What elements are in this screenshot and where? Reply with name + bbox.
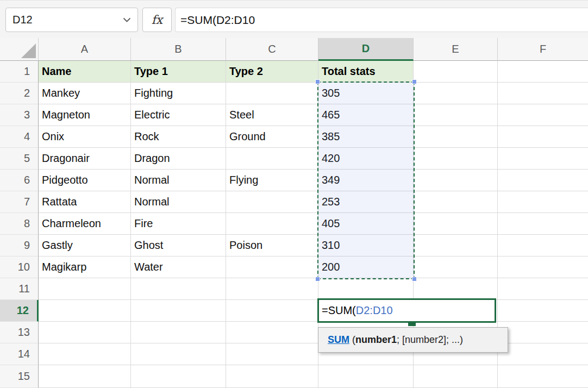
cell-D4[interactable]: 385	[318, 126, 414, 148]
cell-D5[interactable]: 420	[318, 148, 414, 170]
cell-F8[interactable]	[498, 213, 588, 235]
cell-C5[interactable]	[226, 148, 318, 170]
cell-C2[interactable]	[226, 83, 318, 104]
cell-E7[interactable]	[414, 191, 498, 213]
cell-E3[interactable]	[414, 104, 498, 126]
cell-E2[interactable]	[414, 83, 498, 104]
row-header-6[interactable]: 6	[0, 170, 39, 191]
cell-A14[interactable]	[39, 343, 131, 365]
cell-C9[interactable]: Poison	[226, 235, 318, 256]
cell-F3[interactable]	[498, 104, 588, 126]
cell-A6[interactable]: Pidgeotto	[39, 170, 131, 191]
column-header-F[interactable]: F	[498, 38, 588, 61]
cell-E11[interactable]	[414, 278, 498, 300]
insert-function-button[interactable]: fx	[142, 8, 172, 32]
cell-B6[interactable]: Normal	[131, 170, 226, 191]
row-header-4[interactable]: 4	[0, 126, 39, 148]
cell-B14[interactable]	[131, 343, 226, 365]
cell-D6[interactable]: 349	[318, 170, 414, 191]
cell-F12[interactable]	[498, 300, 588, 322]
cell-A12[interactable]	[39, 300, 131, 322]
cell-D9[interactable]: 310	[318, 235, 414, 256]
cell-A5[interactable]: Dragonair	[39, 148, 131, 170]
column-header-B[interactable]: B	[131, 38, 226, 61]
cell-F14[interactable]	[498, 343, 588, 365]
cell-A2[interactable]: Mankey	[39, 83, 131, 104]
cell-B1[interactable]: Type 1	[131, 61, 226, 83]
row-header-3[interactable]: 3	[0, 104, 39, 126]
cell-E6[interactable]	[414, 170, 498, 191]
column-header-E[interactable]: E	[414, 38, 498, 61]
cell-C13[interactable]	[226, 322, 318, 343]
sum-function-link[interactable]: SUM	[328, 334, 349, 346]
cell-E8[interactable]	[414, 213, 498, 235]
cell-A3[interactable]: Magneton	[39, 104, 131, 126]
cell-A10[interactable]: Magikarp	[39, 256, 131, 278]
cell-A1[interactable]: Name	[39, 61, 131, 83]
row-header-9[interactable]: 9	[0, 235, 39, 256]
cell-A8[interactable]: Charmeleon	[39, 213, 131, 235]
cell-F5[interactable]	[498, 148, 588, 170]
row-header-8[interactable]: 8	[0, 213, 39, 235]
cell-D7[interactable]: 253	[318, 191, 414, 213]
selection-handle-top-left[interactable]	[315, 79, 320, 84]
cell-C3[interactable]: Steel	[226, 104, 318, 126]
cell-A9[interactable]: Gastly	[39, 235, 131, 256]
cell-F4[interactable]	[498, 126, 588, 148]
row-header-2[interactable]: 2	[0, 83, 39, 104]
cell-C10[interactable]	[226, 256, 318, 278]
cell-E15[interactable]	[414, 365, 498, 388]
cell-C11[interactable]	[226, 278, 318, 300]
row-header-5[interactable]: 5	[0, 148, 39, 170]
row-header-15[interactable]: 15	[0, 365, 39, 388]
row-header-10[interactable]: 10	[0, 256, 39, 278]
cell-D3[interactable]: 465	[318, 104, 414, 126]
cell-B15[interactable]	[131, 365, 226, 388]
name-box[interactable]: D12	[5, 8, 138, 32]
cell-B13[interactable]	[131, 322, 226, 343]
cell-C15[interactable]	[226, 365, 318, 388]
cell-A4[interactable]: Onix	[39, 126, 131, 148]
column-header-C[interactable]: C	[226, 38, 318, 61]
cell-F15[interactable]	[498, 365, 588, 388]
column-header-A[interactable]: A	[39, 38, 131, 61]
row-header-11[interactable]: 11	[0, 278, 39, 300]
cell-C12[interactable]	[226, 300, 318, 322]
cell-D11[interactable]	[318, 278, 414, 300]
cell-E5[interactable]	[414, 148, 498, 170]
cell-D15[interactable]	[318, 365, 414, 388]
cell-D8[interactable]: 405	[318, 213, 414, 235]
cell-C6[interactable]: Flying	[226, 170, 318, 191]
selection-handle-bottom-left[interactable]	[315, 277, 320, 281]
cell-E9[interactable]	[414, 235, 498, 256]
cell-D1[interactable]: Total stats	[318, 61, 414, 83]
cell-E1[interactable]	[414, 61, 498, 83]
cell-F11[interactable]	[498, 278, 588, 300]
chevron-down-icon[interactable]	[123, 17, 131, 23]
cell-E10[interactable]	[414, 256, 498, 278]
cell-F2[interactable]	[498, 83, 588, 104]
cell-A7[interactable]: Rattata	[39, 191, 131, 213]
cell-B3[interactable]: Electric	[131, 104, 226, 126]
cell-F10[interactable]	[498, 256, 588, 278]
selection-handle-top-right[interactable]	[412, 79, 417, 84]
cell-F7[interactable]	[498, 191, 588, 213]
cell-B12[interactable]	[131, 300, 226, 322]
cell-E4[interactable]	[414, 126, 498, 148]
cell-C8[interactable]	[226, 213, 318, 235]
cell-F9[interactable]	[498, 235, 588, 256]
cell-B7[interactable]: Normal	[131, 191, 226, 213]
column-header-D[interactable]: D	[318, 38, 414, 61]
cell-F1[interactable]	[498, 61, 588, 83]
cell-A15[interactable]	[39, 365, 131, 388]
row-header-14[interactable]: 14	[0, 343, 39, 365]
cell-B2[interactable]: Fighting	[131, 83, 226, 104]
cell-C4[interactable]: Ground	[226, 126, 318, 148]
cell-C1[interactable]: Type 2	[226, 61, 318, 83]
selection-handle-bottom-right[interactable]	[412, 277, 417, 281]
row-header-1[interactable]: 1	[0, 61, 39, 83]
cell-A11[interactable]	[39, 278, 131, 300]
cell-A13[interactable]	[39, 322, 131, 343]
cell-F13[interactable]	[498, 322, 588, 343]
row-header-13[interactable]: 13	[0, 322, 39, 343]
